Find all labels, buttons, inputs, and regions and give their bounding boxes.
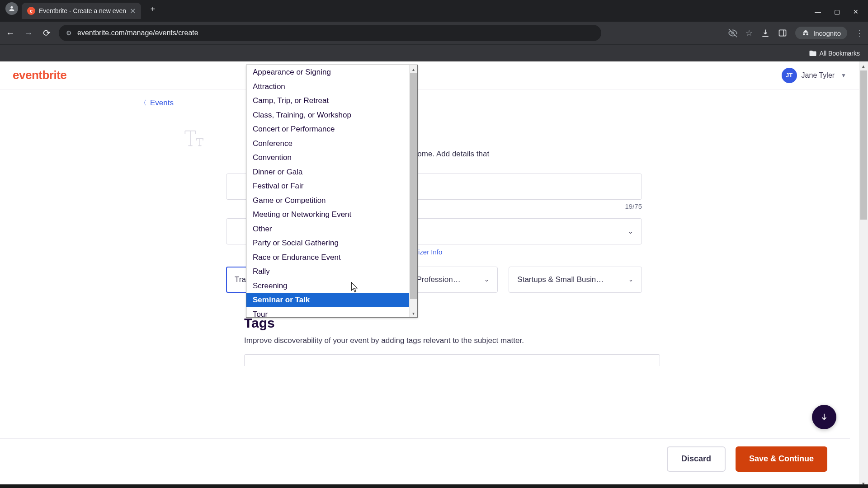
tags-section: Tags Improve discoverability of your eve…	[244, 315, 859, 366]
scrollbar-thumb[interactable]	[410, 73, 417, 299]
bookmark-star-icon[interactable]: ☆	[745, 28, 753, 38]
dropdown-option[interactable]: Appearance or Signing	[246, 65, 409, 80]
url-field[interactable]: ⚙ eventbrite.com/manage/events/create	[59, 25, 601, 41]
svg-rect-1	[779, 30, 786, 36]
type-dropdown[interactable]: Appearance or SigningAttractionCamp, Tri…	[246, 65, 418, 318]
incognito-badge[interactable]: Incognito	[795, 27, 847, 39]
dropdown-option[interactable]: Camp, Trip, or Retreat	[246, 94, 409, 108]
download-icon[interactable]	[761, 28, 770, 38]
bookmarks-bar: All Bookmarks	[0, 44, 868, 61]
browser-tab[interactable]: e Eventbrite - Create a new even ✕	[22, 3, 141, 19]
subcategory-value: Startups & Small Busin…	[517, 275, 604, 284]
text-section-icon	[181, 126, 208, 153]
maximize-icon[interactable]: ▢	[833, 8, 841, 15]
chevron-left-icon: 〈	[140, 99, 146, 107]
scroll-down-icon[interactable]: ▾	[410, 309, 417, 317]
avatar: JT	[782, 68, 797, 83]
dropdown-option[interactable]: Game or Competition	[246, 193, 409, 208]
kebab-menu-icon[interactable]: ⋮	[855, 28, 863, 38]
discard-button[interactable]: Discard	[667, 446, 726, 472]
user-name: Jane Tyler	[802, 71, 835, 80]
reload-icon[interactable]: ⟳	[41, 28, 52, 38]
tab-title: Eventbrite - Create a new even	[39, 7, 126, 14]
dropdown-option[interactable]: Concert or Performance	[246, 122, 409, 136]
dropdown-list[interactable]: Appearance or SigningAttractionCamp, Tri…	[246, 65, 417, 317]
dropdown-option[interactable]: Race or Endurance Event	[246, 250, 409, 265]
all-bookmarks-label: All Bookmarks	[820, 50, 860, 57]
subcategory-select[interactable]: Startups & Small Busin… ⌄	[509, 267, 642, 293]
dropdown-option[interactable]: Tour	[246, 307, 409, 318]
tags-input[interactable]	[244, 354, 660, 366]
page-body: 〈 Events Name your event and tell event-…	[0, 89, 859, 366]
scrollbar-thumb[interactable]	[860, 70, 867, 220]
chevron-down-icon: ⌄	[628, 276, 633, 283]
all-bookmarks-button[interactable]: All Bookmarks	[809, 49, 860, 57]
dropdown-option[interactable]: Screening	[246, 279, 409, 293]
favicon-icon: e	[27, 7, 35, 15]
app-header: eventbrite JT Jane Tyler ▼	[0, 61, 859, 89]
scroll-up-icon[interactable]: ▴	[410, 65, 417, 73]
chevron-down-icon: ⌄	[628, 228, 633, 235]
tab-close-icon[interactable]: ✕	[130, 7, 136, 15]
dropdown-option[interactable]: Class, Training, or Workshop	[246, 108, 409, 122]
dropdown-option[interactable]: Party or Social Gathering	[246, 236, 409, 250]
scroll-up-icon[interactable]: ▴	[859, 61, 868, 70]
dropdown-option[interactable]: Seminar or Talk	[246, 293, 409, 307]
url-text: eventbrite.com/manage/events/create	[77, 29, 198, 37]
user-menu[interactable]: JT Jane Tyler ▼	[782, 68, 846, 83]
chevron-down-icon: ⌄	[484, 276, 489, 283]
save-continue-button[interactable]: Save & Continue	[736, 446, 827, 472]
forward-icon: →	[23, 28, 34, 38]
minimize-icon[interactable]: ―	[814, 8, 822, 15]
incognito-label: Incognito	[813, 29, 841, 37]
brand-logo[interactable]: eventbrite	[13, 68, 66, 82]
side-panel-icon[interactable]	[778, 28, 787, 38]
scroll-down-fab[interactable]	[812, 405, 836, 429]
profile-icon[interactable]	[5, 2, 18, 15]
tab-strip: e Eventbrite - Create a new even ✕ +	[4, 0, 814, 22]
dropdown-option[interactable]: Other	[246, 222, 409, 236]
chevron-down-icon: ▼	[841, 72, 846, 79]
back-icon[interactable]: ←	[5, 28, 16, 38]
eye-off-icon[interactable]	[728, 28, 737, 38]
os-taskbar	[0, 484, 868, 488]
page-scrollbar[interactable]: ▴ ▾	[859, 61, 868, 488]
toolbar-right: ☆ Incognito ⋮	[728, 27, 863, 39]
close-window-icon[interactable]: ✕	[852, 8, 860, 15]
dropdown-scrollbar[interactable]: ▴ ▾	[409, 65, 417, 317]
tags-subtext: Improve discoverability of your event by…	[244, 336, 859, 345]
dropdown-option[interactable]: Dinner or Gala	[246, 165, 409, 179]
back-link-label: Events	[150, 99, 174, 108]
app-viewport: eventbrite JT Jane Tyler ▼ 〈 Events Name…	[0, 61, 868, 488]
dropdown-option[interactable]: Conference	[246, 136, 409, 151]
dropdown-option[interactable]: Convention	[246, 150, 409, 165]
new-tab-button[interactable]: +	[146, 3, 159, 15]
address-bar: ← → ⟳ ⚙ eventbrite.com/manage/events/cre…	[0, 22, 868, 44]
browser-tab-strip: e Eventbrite - Create a new even ✕ + ― ▢…	[0, 0, 868, 22]
footer-bar: Discard Save & Continue	[0, 438, 850, 479]
dropdown-option[interactable]: Festival or Fair	[246, 179, 409, 193]
site-settings-icon[interactable]: ⚙	[66, 29, 72, 37]
dropdown-option[interactable]: Meeting or Networking Event	[246, 207, 409, 222]
dropdown-option[interactable]: Attraction	[246, 80, 409, 94]
window-controls: ― ▢ ✕	[814, 8, 864, 15]
dropdown-option[interactable]: Rally	[246, 264, 409, 279]
